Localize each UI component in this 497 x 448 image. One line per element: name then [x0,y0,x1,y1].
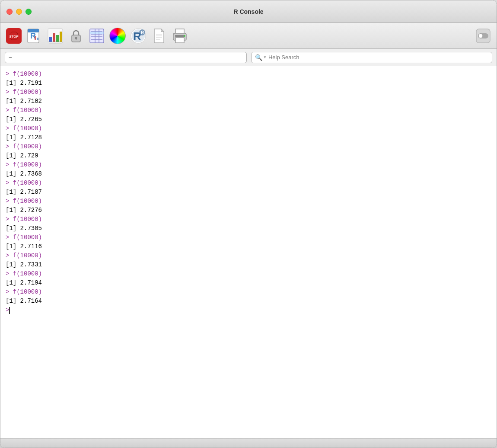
document-button[interactable] [150,27,168,45]
console-prompt: > [6,306,9,315]
console-line: [1] 2.7128 [6,133,491,142]
svg-rect-23 [90,32,104,34]
console-line: > f(10000) [6,70,491,79]
path-input[interactable] [5,52,247,63]
toolbar: STOP R [0,23,497,49]
console-prompt-cursor[interactable]: > [6,306,491,315]
stop-icon: STOP [6,28,22,44]
console-line: > f(10000) [6,215,491,224]
addressbar: 🔍 ▼ [0,49,497,66]
svg-rect-9 [53,33,55,42]
close-button[interactable] [6,9,13,15]
console-line: [1] 2.7191 [6,79,491,88]
console-cursor [9,307,10,314]
console-line: > f(10000) [6,179,491,188]
r-console-window: R Console STOP R [0,0,497,448]
svg-rect-6 [37,38,38,40]
console-line: [1] 2.7276 [6,206,491,215]
svg-rect-8 [49,37,52,42]
colorwheel-button[interactable] [108,27,127,45]
chevron-down-icon: ▼ [263,55,267,59]
svg-rect-15 [76,38,76,40]
bottom-bar [0,438,497,448]
r-editor-button[interactable]: R [25,27,44,45]
titlebar: R Console [0,0,497,23]
console-line: [1] 2.7305 [6,224,491,233]
console-line: [1] 2.7194 [6,278,491,288]
barchart-button[interactable] [46,27,64,45]
help-search-container: 🔍 ▼ [251,52,492,63]
console-line: > f(10000) [6,288,491,297]
console-line: > f(10000) [6,88,491,97]
console-line: > f(10000) [6,269,491,278]
console-line: > f(10000) [6,197,491,206]
search-icon: 🔍 [255,54,262,61]
help-search-input[interactable] [268,54,488,61]
notepad-button[interactable] [88,27,106,45]
console-line: [1] 2.7331 [6,260,491,269]
svg-rect-16 [90,29,104,43]
traffic-lights [6,9,32,15]
r-blue-button[interactable]: R R [129,27,147,45]
maximize-button[interactable] [25,9,32,15]
window-title: R Console [233,8,263,15]
console-line: [1] 2.7368 [6,170,491,179]
console-line: > f(10000) [6,106,491,115]
search-icon-area: 🔍 ▼ [255,54,267,61]
svg-point-37 [184,35,185,37]
console-line: > f(10000) [6,124,491,133]
console-line: [1] 2.7116 [6,242,491,251]
console-line: [1] 2.7102 [6,97,491,106]
console-line: [1] 2.7164 [6,297,491,306]
svg-rect-10 [56,35,59,42]
minimize-button[interactable] [16,9,22,15]
console-line: [1] 2.7187 [6,188,491,197]
svg-rect-36 [175,35,185,37]
printer-button[interactable] [171,27,189,45]
svg-point-40 [478,34,483,38]
svg-rect-11 [60,32,62,42]
console-line: > f(10000) [6,233,491,242]
console-line: [1] 2.7265 [6,115,491,124]
console-output[interactable]: > f(10000)[1] 2.7191> f(10000)[1] 2.7102… [0,66,497,438]
info-button[interactable] [474,27,492,45]
svg-text:STOP: STOP [9,35,19,38]
svg-rect-5 [35,36,36,40]
console-line: > f(10000) [6,160,491,170]
console-line: > f(10000) [6,251,491,260]
colorwheel-icon [109,28,126,44]
lock-button[interactable] [67,27,85,45]
console-line: > f(10000) [6,142,491,151]
stop-button[interactable]: STOP [5,27,23,45]
svg-text:R: R [141,30,144,35]
console-line: [1] 2.729 [6,151,491,160]
svg-rect-35 [175,38,184,43]
